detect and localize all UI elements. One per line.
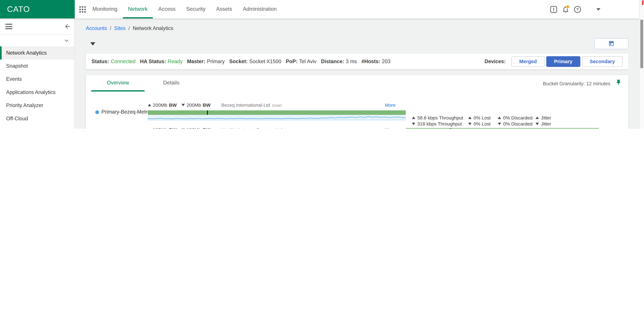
devices-label: Devices: (484, 59, 506, 64)
sidebar-menu: Network AnalyticsSnapshotEventsApplicati… (0, 46, 74, 129)
isp-name: Bezeq International-Ltd (221, 102, 270, 107)
page-scrollbar[interactable] (639, 0, 644, 129)
scrollbar-thumb[interactable] (640, 20, 643, 68)
collapse-chevron-icon[interactable] (63, 37, 70, 46)
menu-icon[interactable] (5, 24, 12, 30)
status-field-distance: Distance:3 ms (321, 59, 357, 64)
cato-logo[interactable]: CATO (0, 0, 75, 18)
status-field-hosts: #Hosts:203 (362, 59, 390, 64)
site-name[interactable]: Primary-Bezeq-Metro (102, 109, 150, 115)
stats-row: 58.6 kbps Throughput0% Lost0% DiscardedJ… (412, 114, 551, 121)
nav-item-monitoring[interactable]: Monitoring (87, 0, 122, 18)
more-link[interactable]: More (385, 127, 396, 129)
stat-58-6-kbps-throughput: 58.6 kbps Throughput (412, 115, 468, 120)
site-status-bar: Status:ConnectedHA Status:ReadyMaster:Pr… (86, 54, 628, 69)
stat-318-kbps-throughput: 318 kbps Throughput (412, 121, 468, 126)
scrollbar-red-mark (642, 0, 644, 5)
breadcrumb: Accounts/Sites/Network Analytics (86, 25, 173, 31)
site-bw-line: 200Mb BW 200Mb BW Bezeq International-Lt… (148, 102, 282, 108)
notifications-bell-icon[interactable] (562, 5, 570, 13)
device-toggle-merged[interactable]: Merged (512, 56, 545, 67)
sidebar-item-events[interactable]: Events (0, 72, 74, 86)
account-caret-icon[interactable] (596, 8, 600, 11)
down-arrow-icon (468, 122, 472, 125)
sidebar-item-network-analytics[interactable]: Network Analytics (0, 46, 74, 59)
svg-text:?: ? (576, 7, 579, 11)
stats-row: 318 kbps Throughput0% Lost0% DiscardedJi… (412, 121, 551, 127)
main-content: Accounts/Sites/Network Analytics Status:… (75, 18, 644, 129)
sidebar-header (0, 18, 74, 35)
tab-overview[interactable]: Overview (91, 75, 144, 91)
isp-name: Hot-Net Internet Services Ltd. (221, 127, 284, 129)
top-bar: CATO MonitoringNetworkAccessSecurityAsse… (0, 0, 644, 18)
top-nav: MonitoringNetworkAccessSecurityAssetsAdm… (87, 0, 282, 18)
downstream-bw-value: 200Mb (187, 102, 201, 107)
device-toggle-secondary[interactable]: Secondary (582, 56, 622, 67)
breadcrumb-separator: / (110, 25, 111, 31)
nav-item-administration[interactable]: Administration (238, 0, 282, 18)
stat-0-discarded: 0% Discarded (498, 121, 536, 126)
bar-marker (450, 128, 451, 129)
status-field-socket: Socket:Socket X1500 (229, 59, 281, 64)
more-link[interactable]: More (385, 102, 396, 107)
status-field-ha-status: HA Status:Ready (140, 59, 183, 64)
top-icon-group: ? (550, 0, 582, 18)
down-arrow-icon (412, 122, 415, 125)
sidebar: Network AnalyticsSnapshotEventsApplicati… (0, 18, 75, 129)
downstream-bw-value: 100Mb (187, 127, 201, 129)
bw-label: BW (169, 102, 177, 107)
breadcrumb-separator: / (128, 25, 130, 31)
site-bw-line: 100Mb BW 100Mb BW Hot-Net Internet Servi… (148, 127, 295, 129)
status-field-master: Master:Primary (187, 59, 224, 64)
nav-item-network[interactable]: Network (123, 0, 153, 18)
sidebar-section-header[interactable] (0, 35, 74, 46)
up-arrow-icon (468, 116, 472, 119)
bw-label: BW (169, 127, 177, 129)
status-field-pop: PoP:Tel Aviv (286, 59, 316, 64)
down-arrow-icon (182, 128, 185, 129)
up-arrow-icon (498, 116, 501, 119)
tab-details[interactable]: Details (144, 75, 198, 91)
stat-jitter: Jitter (536, 115, 551, 120)
sidebar-item-applications-analytics[interactable]: Applications Analytics (0, 86, 74, 99)
apps-grid-icon[interactable] (79, 6, 86, 13)
site-color-dot (95, 110, 99, 114)
isp-country: Israel (272, 103, 282, 107)
filter-caret-icon[interactable] (90, 42, 95, 45)
breadcrumb-accounts[interactable]: Accounts (86, 25, 107, 31)
bandwidth-utilization-bar (406, 128, 599, 129)
nav-item-security[interactable]: Security (181, 0, 211, 18)
upstream-bw-value: 100Mb (153, 127, 167, 129)
bw-label: BW (203, 127, 211, 129)
up-arrow-icon (412, 116, 415, 119)
site-sparkline-chart[interactable] (148, 115, 406, 120)
stat-0-lost: 0% Lost (468, 121, 498, 126)
isp-country: Israel (286, 127, 295, 129)
upstream-bw-value: 200Mb (153, 102, 167, 107)
back-arrow-icon[interactable] (64, 23, 71, 31)
stat-jitter: Jitter (536, 121, 551, 126)
up-arrow-icon (536, 116, 539, 119)
sidebar-item-real-time[interactable]: Real Time (0, 125, 74, 129)
stat-0-discarded: 0% Discarded (498, 115, 536, 120)
up-arrow-icon (148, 104, 151, 106)
overview-panel: OverviewDetails Bucket Granularity: 12 m… (86, 75, 628, 129)
pin-icon[interactable] (615, 79, 622, 87)
device-toggle-primary[interactable]: Primary (546, 56, 580, 67)
nav-item-assets[interactable]: Assets (211, 0, 238, 18)
date-range-button[interactable] (594, 38, 628, 49)
sidebar-item-off-cloud[interactable]: Off-Cloud (0, 112, 74, 125)
bar-marker (207, 110, 208, 115)
bandwidth-utilization-bar (148, 110, 406, 115)
report-issue-icon[interactable] (550, 5, 558, 13)
breadcrumb-network-analytics: Network Analytics (133, 25, 173, 31)
breadcrumb-sites[interactable]: Sites (114, 25, 126, 31)
nav-item-access[interactable]: Access (153, 0, 181, 18)
calendar-icon (608, 40, 614, 47)
sidebar-item-priority-analyzer[interactable]: Priority Analyzer (0, 99, 74, 112)
help-icon[interactable]: ? (574, 5, 582, 13)
up-arrow-icon (148, 128, 151, 129)
site-stats: 58.6 kbps Throughput0% Lost0% DiscardedJ… (412, 114, 551, 127)
sidebar-item-snapshot[interactable]: Snapshot (0, 59, 74, 72)
status-fields: Status:ConnectedHA Status:ReadyMaster:Pr… (92, 59, 390, 64)
